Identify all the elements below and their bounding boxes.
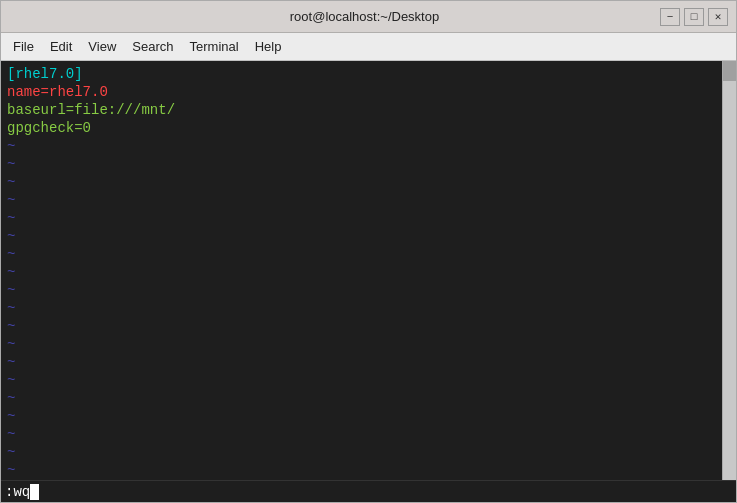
tilde-17: ~ <box>7 425 716 443</box>
tilde-5: ~ <box>7 209 716 227</box>
text-content[interactable]: [rhel7.0] name=rhel7.0 baseurl=file:///m… <box>1 61 722 480</box>
tilde-10: ~ <box>7 299 716 317</box>
line-3: baseurl=file:///mnt/ <box>7 101 716 119</box>
window-controls: − □ ✕ <box>660 8 728 26</box>
tilde-15: ~ <box>7 389 716 407</box>
title-bar: root@localhost:~/Desktop − □ ✕ <box>1 1 736 33</box>
tilde-3: ~ <box>7 173 716 191</box>
maximize-button[interactable]: □ <box>684 8 704 26</box>
menu-bar: File Edit View Search Terminal Help <box>1 33 736 61</box>
tilde-18: ~ <box>7 443 716 461</box>
tilde-8: ~ <box>7 263 716 281</box>
minimize-icon: − <box>667 11 674 23</box>
menu-view[interactable]: View <box>80 36 124 57</box>
scrollbar-thumb[interactable] <box>723 61 736 81</box>
minimize-button[interactable]: − <box>660 8 680 26</box>
tilde-11: ~ <box>7 317 716 335</box>
tilde-4: ~ <box>7 191 716 209</box>
tilde-14: ~ <box>7 371 716 389</box>
menu-help[interactable]: Help <box>247 36 290 57</box>
line-1: [rhel7.0] <box>7 65 716 83</box>
menu-edit[interactable]: Edit <box>42 36 80 57</box>
terminal-window: root@localhost:~/Desktop − □ ✕ File Edit… <box>0 0 737 503</box>
menu-file[interactable]: File <box>5 36 42 57</box>
command-text: :wq <box>5 484 30 500</box>
tilde-1: ~ <box>7 137 716 155</box>
menu-terminal[interactable]: Terminal <box>182 36 247 57</box>
tilde-12: ~ <box>7 335 716 353</box>
tilde-16: ~ <box>7 407 716 425</box>
tilde-13: ~ <box>7 353 716 371</box>
tilde-19: ~ <box>7 461 716 479</box>
tilde-7: ~ <box>7 245 716 263</box>
tilde-6: ~ <box>7 227 716 245</box>
tilde-2: ~ <box>7 155 716 173</box>
close-button[interactable]: ✕ <box>708 8 728 26</box>
editor-area[interactable]: [rhel7.0] name=rhel7.0 baseurl=file:///m… <box>1 61 736 480</box>
status-bar: :wq <box>1 480 736 502</box>
line-4: gpgcheck=0 <box>7 119 716 137</box>
status-command: :wq <box>5 484 39 500</box>
window-title: root@localhost:~/Desktop <box>69 9 660 24</box>
scrollbar[interactable] <box>722 61 736 480</box>
tilde-9: ~ <box>7 281 716 299</box>
maximize-icon: □ <box>691 11 698 23</box>
menu-search[interactable]: Search <box>124 36 181 57</box>
tilde-20: ~ <box>7 479 716 480</box>
cursor <box>30 484 39 500</box>
close-icon: ✕ <box>715 10 722 23</box>
line-2: name=rhel7.0 <box>7 83 716 101</box>
